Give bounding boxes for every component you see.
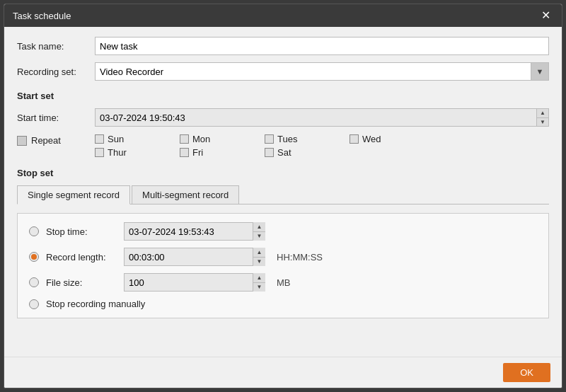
tab-single-segment[interactable]: Single segment record <box>17 185 130 204</box>
start-time-up[interactable]: ▲ <box>537 109 548 118</box>
tab-multi-segment[interactable]: Multi-segment record <box>132 185 239 204</box>
stop-manually-label: Stop recording manually <box>46 299 145 309</box>
recording-set-wrapper: Video Recorder ▼ <box>95 62 549 81</box>
day-fri: Fri <box>180 147 265 158</box>
day-wed: Wed <box>350 134 434 144</box>
recording-set-select[interactable]: Video Recorder <box>95 62 549 81</box>
file-size-label: File size: <box>46 277 117 288</box>
file-size-row: File size: ▲ ▼ MB <box>29 273 537 292</box>
stop-time-down[interactable]: ▼ <box>253 232 265 241</box>
day-wed-checkbox[interactable] <box>350 134 359 144</box>
dialog-footer: OK <box>4 357 562 388</box>
start-set-header: Start set <box>17 91 549 101</box>
task-name-label: Task name: <box>17 41 95 52</box>
file-size-up[interactable]: ▲ <box>253 273 265 283</box>
stop-set-header: Stop set <box>17 168 549 178</box>
file-size-spinbox: ▲ ▼ <box>124 273 265 292</box>
task-name-input[interactable] <box>95 37 549 55</box>
start-time-spinbox: ▲ ▼ <box>95 108 549 127</box>
days-grid: Sun Mon Tues Wed Thur <box>95 134 434 158</box>
repeat-label: Repeat <box>31 135 61 146</box>
start-time-arrows: ▲ ▼ <box>536 108 549 127</box>
day-tues-label: Tues <box>277 134 297 144</box>
day-mon-checkbox[interactable] <box>180 134 189 144</box>
stop-time-input[interactable] <box>124 222 265 241</box>
day-mon-label: Mon <box>192 134 210 144</box>
day-thur-label: Thur <box>108 147 127 158</box>
stop-time-row: Stop time: ▲ ▼ <box>29 222 537 241</box>
day-fri-checkbox[interactable] <box>180 148 189 157</box>
day-sat: Sat <box>265 147 350 158</box>
day-tues-checkbox[interactable] <box>265 134 274 144</box>
record-length-row: Record length: ▲ ▼ HH:MM:SS <box>29 248 537 266</box>
day-sat-checkbox[interactable] <box>265 148 274 157</box>
close-button[interactable]: ✕ <box>538 10 553 21</box>
start-time-down[interactable]: ▼ <box>537 118 548 127</box>
record-length-radio[interactable] <box>29 252 39 262</box>
day-thur: Thur <box>95 147 180 158</box>
record-length-spinbox: ▲ ▼ <box>124 248 265 266</box>
file-size-radio[interactable] <box>29 277 39 287</box>
day-thur-checkbox[interactable] <box>95 148 104 157</box>
record-length-down[interactable]: ▼ <box>253 258 265 267</box>
stop-time-arrows: ▲ ▼ <box>253 222 265 241</box>
stop-options-box: Stop time: ▲ ▼ Record length: ▲ <box>17 213 549 318</box>
record-length-up[interactable]: ▲ <box>253 248 265 258</box>
start-time-input[interactable] <box>95 108 549 127</box>
day-sat-label: Sat <box>277 147 291 158</box>
stop-manually-row: Stop recording manually <box>29 299 537 309</box>
repeat-row: Repeat Sun Mon Tues Wed <box>17 134 549 158</box>
stop-time-radio[interactable] <box>29 226 39 236</box>
repeat-checkbox[interactable] <box>17 136 27 146</box>
recording-set-row: Recording set: Video Recorder ▼ <box>17 62 549 81</box>
task-name-row: Task name: <box>17 37 549 55</box>
file-size-arrows: ▲ ▼ <box>253 273 265 292</box>
start-time-label: Start time: <box>17 113 95 123</box>
record-length-unit: HH:MM:SS <box>277 252 323 263</box>
start-time-row: Start time: ▲ ▼ <box>17 108 549 127</box>
file-size-input[interactable] <box>124 273 265 292</box>
day-wed-label: Wed <box>362 134 381 144</box>
file-size-unit: MB <box>277 277 291 288</box>
stop-time-label: Stop time: <box>46 226 117 237</box>
day-mon: Mon <box>180 134 265 144</box>
ok-button[interactable]: OK <box>503 363 550 382</box>
record-length-input[interactable] <box>124 248 265 266</box>
stop-time-up[interactable]: ▲ <box>253 222 265 232</box>
task-schedule-dialog: Task schedule ✕ Task name: Recording set… <box>4 4 562 388</box>
title-bar: Task schedule ✕ <box>4 4 562 27</box>
dialog-title: Task schedule <box>13 11 71 21</box>
stop-manually-radio[interactable] <box>29 299 39 309</box>
file-size-down[interactable]: ▼ <box>253 283 265 292</box>
day-sun-label: Sun <box>108 134 124 144</box>
record-length-label: Record length: <box>46 252 117 263</box>
day-sun-checkbox[interactable] <box>95 134 104 144</box>
recording-set-label: Recording set: <box>17 67 95 77</box>
day-tues: Tues <box>265 134 350 144</box>
stop-time-spinbox: ▲ ▼ <box>124 222 265 241</box>
dialog-body: Task name: Recording set: Video Recorder… <box>4 27 562 357</box>
day-sun: Sun <box>95 134 180 144</box>
record-length-arrows: ▲ ▼ <box>253 248 265 266</box>
day-fri-label: Fri <box>192 147 203 158</box>
repeat-label-area: Repeat <box>17 134 95 146</box>
tabs-row: Single segment record Multi-segment reco… <box>17 185 549 204</box>
